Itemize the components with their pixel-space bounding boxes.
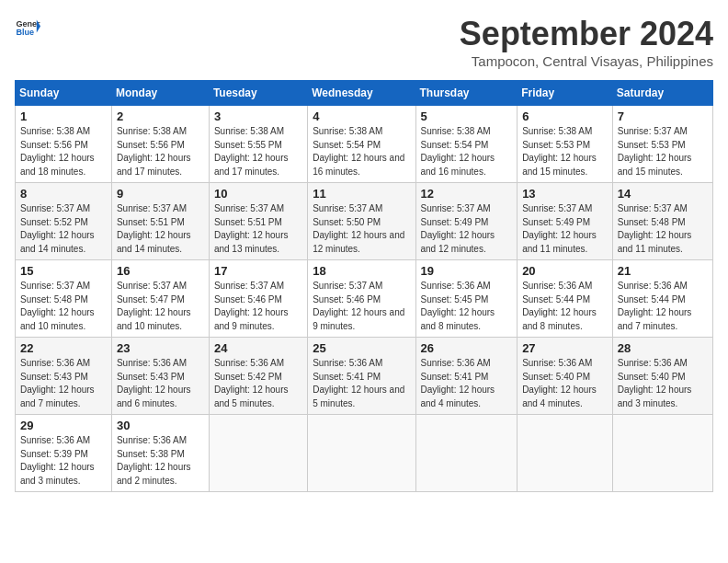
day-number: 15 — [20, 264, 107, 278]
day-info: Sunrise: 5:36 AMSunset: 5:44 PMDaylight:… — [618, 281, 692, 331]
day-number: 3 — [214, 109, 302, 123]
day-number: 1 — [20, 109, 107, 123]
calendar-cell: 24Sunrise: 5:36 AMSunset: 5:42 PMDayligh… — [209, 338, 307, 415]
location: Tampocon, Central Visayas, Philippines — [460, 53, 713, 69]
calendar-cell: 17Sunrise: 5:37 AMSunset: 5:46 PMDayligh… — [209, 260, 307, 338]
day-info: Sunrise: 5:37 AMSunset: 5:48 PMDaylight:… — [618, 203, 692, 254]
day-info: Sunrise: 5:37 AMSunset: 5:51 PMDaylight:… — [214, 203, 289, 254]
page-header: General Blue September 2024 Tampocon, Ce… — [15, 15, 713, 69]
calendar-cell: 3Sunrise: 5:38 AMSunset: 5:55 PMDaylight… — [209, 106, 307, 183]
logo: General Blue — [15, 15, 40, 40]
day-number: 6 — [522, 109, 608, 123]
day-info: Sunrise: 5:37 AMSunset: 5:52 PMDaylight:… — [20, 203, 95, 254]
day-number: 29 — [20, 419, 107, 432]
weekday-header-wednesday: Wednesday — [308, 81, 415, 106]
day-info: Sunrise: 5:36 AMSunset: 5:40 PMDaylight:… — [618, 358, 692, 408]
calendar-cell: 2Sunrise: 5:38 AMSunset: 5:56 PMDaylight… — [111, 106, 209, 183]
day-number: 13 — [522, 187, 608, 201]
day-number: 24 — [214, 341, 302, 355]
day-number: 20 — [522, 264, 608, 278]
title-block: September 2024 Tampocon, Central Visayas… — [460, 15, 713, 69]
day-number: 11 — [313, 187, 410, 201]
calendar-cell — [209, 415, 307, 492]
day-info: Sunrise: 5:36 AMSunset: 5:43 PMDaylight:… — [20, 358, 95, 408]
calendar-cell: 19Sunrise: 5:36 AMSunset: 5:45 PMDayligh… — [415, 260, 518, 338]
day-number: 16 — [117, 264, 204, 278]
day-info: Sunrise: 5:38 AMSunset: 5:56 PMDaylight:… — [20, 126, 95, 177]
weekday-header-tuesday: Tuesday — [209, 81, 307, 106]
calendar-cell: 16Sunrise: 5:37 AMSunset: 5:47 PMDayligh… — [111, 260, 209, 338]
calendar-cell: 4Sunrise: 5:38 AMSunset: 5:54 PMDaylight… — [308, 106, 415, 183]
calendar-cell: 7Sunrise: 5:37 AMSunset: 5:53 PMDaylight… — [612, 106, 712, 183]
day-number: 14 — [618, 187, 708, 201]
calendar-cell — [415, 415, 518, 492]
calendar-cell: 23Sunrise: 5:36 AMSunset: 5:43 PMDayligh… — [111, 338, 209, 415]
day-info: Sunrise: 5:38 AMSunset: 5:54 PMDaylight:… — [421, 126, 495, 177]
day-info: Sunrise: 5:37 AMSunset: 5:49 PMDaylight:… — [522, 203, 597, 254]
day-number: 4 — [313, 109, 410, 123]
day-number: 30 — [117, 419, 204, 432]
weekday-header-thursday: Thursday — [415, 81, 518, 106]
day-number: 5 — [421, 109, 513, 123]
day-number: 18 — [313, 264, 410, 278]
calendar-cell: 28Sunrise: 5:36 AMSunset: 5:40 PMDayligh… — [612, 338, 712, 415]
day-info: Sunrise: 5:37 AMSunset: 5:48 PMDaylight:… — [20, 281, 95, 331]
calendar-cell: 6Sunrise: 5:38 AMSunset: 5:53 PMDaylight… — [518, 106, 613, 183]
month-title: September 2024 — [460, 15, 713, 53]
day-number: 17 — [214, 264, 302, 278]
day-info: Sunrise: 5:38 AMSunset: 5:56 PMDaylight:… — [117, 126, 191, 177]
day-info: Sunrise: 5:36 AMSunset: 5:39 PMDaylight:… — [20, 435, 95, 486]
day-number: 2 — [117, 109, 204, 123]
day-info: Sunrise: 5:37 AMSunset: 5:47 PMDaylight:… — [117, 281, 191, 331]
day-number: 7 — [618, 109, 708, 123]
day-info: Sunrise: 5:36 AMSunset: 5:40 PMDaylight:… — [522, 358, 597, 408]
day-info: Sunrise: 5:37 AMSunset: 5:49 PMDaylight:… — [421, 203, 495, 254]
svg-text:Blue: Blue — [16, 28, 34, 37]
day-number: 8 — [20, 187, 107, 201]
calendar-cell — [308, 415, 415, 492]
day-info: Sunrise: 5:36 AMSunset: 5:41 PMDaylight:… — [313, 358, 404, 408]
weekday-header-friday: Friday — [518, 81, 613, 106]
day-number: 26 — [421, 341, 513, 355]
calendar-cell: 1Sunrise: 5:38 AMSunset: 5:56 PMDaylight… — [16, 106, 112, 183]
calendar-cell: 27Sunrise: 5:36 AMSunset: 5:40 PMDayligh… — [518, 338, 613, 415]
weekday-header-monday: Monday — [111, 81, 209, 106]
calendar-cell: 9Sunrise: 5:37 AMSunset: 5:51 PMDaylight… — [111, 183, 209, 260]
calendar-cell: 29Sunrise: 5:36 AMSunset: 5:39 PMDayligh… — [16, 415, 112, 492]
day-number: 19 — [421, 264, 513, 278]
day-info: Sunrise: 5:38 AMSunset: 5:54 PMDaylight:… — [313, 126, 404, 177]
calendar-cell: 10Sunrise: 5:37 AMSunset: 5:51 PMDayligh… — [209, 183, 307, 260]
day-number: 10 — [214, 187, 302, 201]
day-number: 27 — [522, 341, 608, 355]
day-info: Sunrise: 5:37 AMSunset: 5:46 PMDaylight:… — [214, 281, 289, 331]
day-number: 21 — [618, 264, 708, 278]
day-info: Sunrise: 5:36 AMSunset: 5:41 PMDaylight:… — [421, 358, 495, 408]
calendar-cell — [518, 415, 613, 492]
calendar-cell: 13Sunrise: 5:37 AMSunset: 5:49 PMDayligh… — [518, 183, 613, 260]
calendar-cell: 8Sunrise: 5:37 AMSunset: 5:52 PMDaylight… — [16, 183, 112, 260]
calendar-cell: 18Sunrise: 5:37 AMSunset: 5:46 PMDayligh… — [308, 260, 415, 338]
calendar-cell: 11Sunrise: 5:37 AMSunset: 5:50 PMDayligh… — [308, 183, 415, 260]
day-number: 25 — [313, 341, 410, 355]
calendar-cell: 14Sunrise: 5:37 AMSunset: 5:48 PMDayligh… — [612, 183, 712, 260]
weekday-header-saturday: Saturday — [612, 81, 712, 106]
calendar-cell: 26Sunrise: 5:36 AMSunset: 5:41 PMDayligh… — [415, 338, 518, 415]
day-number: 28 — [618, 341, 708, 355]
day-info: Sunrise: 5:38 AMSunset: 5:53 PMDaylight:… — [522, 126, 597, 177]
calendar-cell: 12Sunrise: 5:37 AMSunset: 5:49 PMDayligh… — [415, 183, 518, 260]
calendar-cell: 30Sunrise: 5:36 AMSunset: 5:38 PMDayligh… — [111, 415, 209, 492]
calendar-cell: 25Sunrise: 5:36 AMSunset: 5:41 PMDayligh… — [308, 338, 415, 415]
day-info: Sunrise: 5:38 AMSunset: 5:55 PMDaylight:… — [214, 126, 289, 177]
day-number: 22 — [20, 341, 107, 355]
calendar-cell: 20Sunrise: 5:36 AMSunset: 5:44 PMDayligh… — [518, 260, 613, 338]
calendar-cell — [612, 415, 712, 492]
logo-icon: General Blue — [15, 15, 40, 40]
day-info: Sunrise: 5:36 AMSunset: 5:44 PMDaylight:… — [522, 281, 597, 331]
day-info: Sunrise: 5:36 AMSunset: 5:43 PMDaylight:… — [117, 358, 191, 408]
weekday-header-sunday: Sunday — [16, 81, 112, 106]
day-number: 23 — [117, 341, 204, 355]
calendar-cell: 15Sunrise: 5:37 AMSunset: 5:48 PMDayligh… — [16, 260, 112, 338]
calendar-cell: 22Sunrise: 5:36 AMSunset: 5:43 PMDayligh… — [16, 338, 112, 415]
day-info: Sunrise: 5:36 AMSunset: 5:45 PMDaylight:… — [421, 281, 495, 331]
day-number: 12 — [421, 187, 513, 201]
